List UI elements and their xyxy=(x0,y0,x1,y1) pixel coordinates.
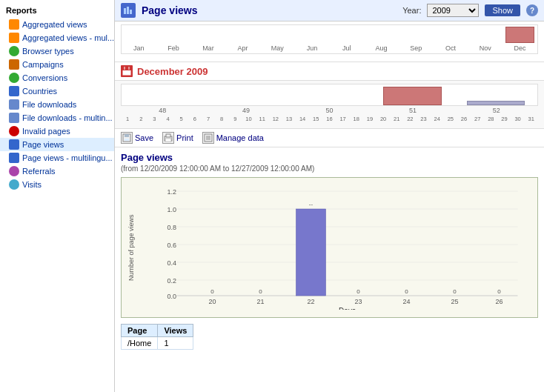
print-button[interactable]: Print xyxy=(162,132,193,144)
year-bar-jan[interactable] xyxy=(122,27,156,43)
day-num-7[interactable]: 7 xyxy=(202,116,215,122)
day-num-26[interactable]: 26 xyxy=(457,116,471,122)
year-bar-may[interactable] xyxy=(260,27,295,43)
day-num-9[interactable]: 9 xyxy=(228,116,242,122)
invalid-pages-icon xyxy=(9,126,19,136)
sidebar-label: Visits xyxy=(22,180,42,189)
sidebar-label: Aggregated views - mul... xyxy=(22,33,114,42)
svg-text:0: 0 xyxy=(259,288,262,295)
month-oct: Oct xyxy=(434,44,468,53)
day-num-19[interactable]: 19 xyxy=(363,116,377,122)
day-num-16[interactable]: 16 xyxy=(322,116,336,122)
sidebar-label: Conversions xyxy=(22,73,67,82)
save-label: Save xyxy=(135,133,153,142)
svg-text:0.4: 0.4 xyxy=(167,259,177,267)
year-bar-feb[interactable] xyxy=(156,27,191,43)
manage-data-label: Manage data xyxy=(216,133,264,142)
day-num-13[interactable]: 13 xyxy=(282,116,296,122)
sidebar-item-invalid-pages[interactable]: Invalid pages xyxy=(0,124,114,138)
day-num-18[interactable]: 18 xyxy=(350,116,363,122)
svg-text:0: 0 xyxy=(453,288,457,295)
day-num-30[interactable]: 30 xyxy=(511,116,525,122)
year-bar-jun[interactable] xyxy=(295,27,330,43)
day-num-25[interactable]: 25 xyxy=(444,116,457,122)
table-cell-page: /Home xyxy=(122,337,158,350)
sidebar-item-file-downloads[interactable]: File downloads xyxy=(0,98,114,111)
svg-text:21: 21 xyxy=(256,298,264,305)
day-num-21[interactable]: 21 xyxy=(390,116,403,122)
data-table: Page Views /Home 1 xyxy=(121,324,193,350)
day-num-24[interactable]: 24 xyxy=(431,116,444,122)
sidebar-item-browser-types[interactable]: Browser types xyxy=(0,44,114,58)
chart-section-title: Page views xyxy=(121,152,538,163)
day-num-27[interactable]: 27 xyxy=(471,116,484,122)
day-num-12[interactable]: 12 xyxy=(269,116,282,122)
table-header-views: Views xyxy=(158,325,193,337)
year-bar-jul[interactable] xyxy=(330,27,365,43)
sidebar-item-visits[interactable]: Visits xyxy=(0,178,114,191)
show-button[interactable]: Show xyxy=(485,4,520,16)
week-bar-50[interactable] xyxy=(288,84,371,105)
day-num-15[interactable]: 15 xyxy=(309,116,322,122)
manage-data-button[interactable]: Manage data xyxy=(202,132,264,144)
svg-text:0: 0 xyxy=(497,288,501,295)
day-num-8[interactable]: 8 xyxy=(215,116,228,122)
day-num-11[interactable]: 11 xyxy=(256,116,269,122)
week-bar-51[interactable] xyxy=(371,84,454,105)
day-num-4[interactable]: 4 xyxy=(161,116,174,122)
sidebar-item-aggregated-views-multi[interactable]: Aggregated views - mul... xyxy=(0,31,114,44)
sidebar-item-page-views-multi[interactable]: Page views - multilingu... xyxy=(0,151,114,165)
week-chart: 48 49 50 51 52 1 2 3 4 5 6 7 8 9 10 11 1… xyxy=(115,81,544,129)
day-num-20[interactable]: 20 xyxy=(377,116,390,122)
sidebar-label: Campaigns xyxy=(22,60,64,69)
day-num-17[interactable]: 17 xyxy=(336,116,350,122)
day-num-23[interactable]: 23 xyxy=(417,116,430,122)
sidebar-item-aggregated-views[interactable]: Aggregated views xyxy=(0,18,114,31)
day-num-22[interactable]: 22 xyxy=(403,116,417,122)
day-num-6[interactable]: 6 xyxy=(188,116,202,122)
conversions-icon xyxy=(9,73,19,83)
day-num-3[interactable]: 3 xyxy=(147,116,161,122)
sidebar-item-referrals[interactable]: Referrals xyxy=(0,165,114,178)
day-num-29[interactable]: 29 xyxy=(497,116,511,122)
year-bar-oct[interactable] xyxy=(434,27,468,43)
svg-rect-4 xyxy=(122,67,131,70)
year-bar-dec[interactable] xyxy=(502,27,537,43)
day-num-2[interactable]: 2 xyxy=(134,116,147,122)
sidebar-item-file-downloads-multi[interactable]: File downloads - multin... xyxy=(0,111,114,124)
sidebar-label: File downloads xyxy=(22,100,76,109)
year-bar-apr[interactable] xyxy=(225,27,260,43)
sidebar-item-campaigns[interactable]: Campaigns xyxy=(0,58,114,71)
sidebar-label: Page views xyxy=(22,140,64,149)
svg-rect-12 xyxy=(165,139,171,142)
sidebar-item-countries[interactable]: Countries xyxy=(0,84,114,98)
year-bar-sep[interactable] xyxy=(399,27,434,43)
help-button[interactable]: ? xyxy=(526,4,538,16)
day-num-28[interactable]: 28 xyxy=(484,116,497,122)
day-num-5[interactable]: 5 xyxy=(175,116,188,122)
referrals-icon xyxy=(9,166,19,176)
table-cell-views: 1 xyxy=(158,337,193,350)
year-bar-aug[interactable] xyxy=(364,27,399,43)
week-bar-49[interactable] xyxy=(205,84,288,105)
month-sep: Sep xyxy=(399,44,434,53)
day-num-14[interactable]: 14 xyxy=(296,116,309,122)
browser-types-icon xyxy=(9,46,19,56)
week-bar-52[interactable] xyxy=(454,84,537,105)
sidebar-label: Aggregated views xyxy=(22,20,87,29)
svg-rect-9 xyxy=(125,139,129,141)
week-label-52: 52 xyxy=(454,107,538,114)
sidebar-item-conversions[interactable]: Conversions xyxy=(0,71,114,84)
sidebar-item-page-views[interactable]: Page views xyxy=(0,138,114,151)
svg-rect-1 xyxy=(127,7,129,14)
save-button[interactable]: Save xyxy=(121,132,153,144)
year-select[interactable]: 2009 2008 2010 xyxy=(427,4,479,17)
year-bar-nov[interactable] xyxy=(468,27,503,43)
data-section: Page views (from 12/20/2009 12:00:00 AM … xyxy=(115,147,544,392)
day-num-1[interactable]: 1 xyxy=(121,116,134,122)
day-num-10[interactable]: 10 xyxy=(242,116,255,122)
week-bar-48[interactable] xyxy=(122,84,205,105)
day-num-31[interactable]: 31 xyxy=(525,116,538,122)
year-bar-mar[interactable] xyxy=(191,27,226,43)
svg-text:0.8: 0.8 xyxy=(167,224,177,231)
